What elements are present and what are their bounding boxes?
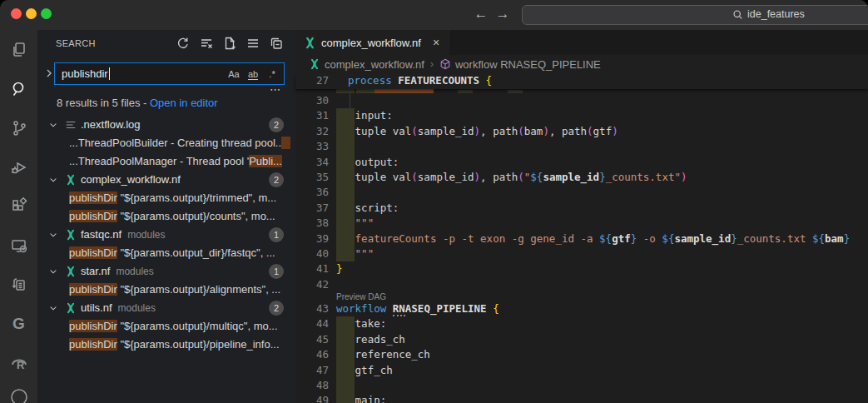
code-area[interactable]: 27process FEATURECOUNTS { 3031 input:32 …: [295, 73, 868, 403]
extensions-icon[interactable]: [0, 187, 37, 226]
search-result-row[interactable]: publishDir "${params.output}/multiqc", m…: [37, 317, 295, 336]
line-number: 34: [295, 155, 329, 170]
search-sidebar: SEARCH publishdir Aa ab .* ⋯ 8 results i…: [37, 30, 295, 403]
search-file-row[interactable]: fastqc.nfmodules1: [37, 226, 295, 244]
line-number: 43: [295, 301, 329, 316]
search-result-row[interactable]: ...ThreadPoolManager - Thread pool 'Publ…: [37, 152, 295, 171]
sticky-scroll-line[interactable]: 27process FEATURECOUNTS {: [295, 73, 868, 89]
tab-complex-workflow[interactable]: complex_workflow.nf ×: [295, 30, 449, 55]
command-center-text: ide_features: [747, 8, 805, 20]
search-result-row[interactable]: ...ThreadPoolBuilder - Creating thread p…: [37, 134, 295, 152]
svg-text:R: R: [17, 359, 25, 371]
line-number: 42: [295, 277, 329, 292]
search-result-row[interactable]: publishDir "${params.output_dir}/fastqc"…: [37, 244, 295, 262]
account-icon[interactable]: [0, 376, 37, 403]
code-line: 35 tuple val(sample_id), path("${sample_…: [295, 170, 868, 185]
match-case-icon[interactable]: Aa: [226, 66, 242, 82]
log-file-icon: [65, 119, 77, 131]
code-line: 49 main:: [295, 393, 868, 403]
titlebar: ← → ide_features: [0, 0, 868, 30]
refresh-icon[interactable]: [176, 36, 191, 51]
code-line: 40 """: [295, 246, 868, 261]
chevron-down-icon: [48, 266, 58, 276]
maximize-window-button[interactable]: [41, 8, 52, 19]
line-number: 31: [295, 108, 329, 123]
line-number: 44: [295, 316, 329, 331]
code-line: 42: [295, 277, 868, 292]
symbol-module-icon: [439, 58, 451, 70]
search-input[interactable]: publishdir Aa ab .*: [54, 62, 285, 85]
view-as-list-icon[interactable]: [246, 36, 260, 51]
search-file-row[interactable]: .nextflow.log2: [37, 116, 295, 134]
new-search-editor-icon[interactable]: [222, 36, 237, 51]
command-center-search[interactable]: ide_features: [522, 5, 868, 25]
minimize-window-button[interactable]: [26, 8, 37, 19]
regex-icon[interactable]: .*: [264, 66, 280, 82]
codelens[interactable]: Preview DAG: [295, 292, 868, 301]
code-line: 47 gtf_ch: [295, 363, 868, 378]
line-number: 32: [295, 124, 329, 139]
line-number: 49: [295, 393, 329, 403]
nextflow-icon: [65, 229, 77, 241]
close-window-button[interactable]: [11, 8, 22, 19]
toggle-search-details-icon[interactable]: ⋯: [270, 83, 282, 96]
match-count-badge: 2: [269, 301, 284, 316]
line-number: 45: [295, 332, 329, 347]
search-results-tree: .nextflow.log2...ThreadPoolBuilder - Cre…: [37, 116, 295, 354]
search-query: publishdir: [62, 67, 108, 80]
search-result-row[interactable]: publishDir "${params.output}/counts", mo…: [37, 207, 295, 226]
references-icon[interactable]: [0, 265, 37, 304]
code-line: 41}: [295, 261, 868, 276]
sidebar-title: SEARCH: [56, 38, 96, 48]
run-debug-icon[interactable]: [0, 147, 37, 187]
chevron-down-icon: [48, 175, 58, 185]
search-file-row[interactable]: utils.nfmodules2: [37, 299, 295, 317]
code-line: 36: [295, 185, 868, 200]
back-button[interactable]: ←: [471, 4, 491, 24]
results-summary: 8 results in 5 files - Open in editor: [57, 97, 218, 109]
code-line: 44 take:: [295, 316, 868, 331]
code-line: 30: [295, 93, 868, 108]
whole-word-icon[interactable]: ab: [245, 66, 261, 82]
forward-button[interactable]: →: [493, 4, 513, 24]
line-number: 48: [295, 378, 329, 393]
file-name: complex_workflow.nf: [81, 171, 181, 189]
code-line: 45 reads_ch: [295, 332, 868, 347]
nextflow-icon: [304, 37, 316, 49]
match-count-badge: 2: [269, 117, 284, 132]
open-in-editor-link[interactable]: Open in editor: [150, 97, 218, 109]
remote-explorer-icon[interactable]: [0, 226, 37, 265]
close-tab-icon[interactable]: ×: [433, 36, 439, 49]
gitlens-icon[interactable]: G: [0, 304, 37, 343]
line-number: 33: [295, 139, 329, 154]
file-description: modules: [118, 302, 156, 314]
code-line: 31 input:: [295, 108, 868, 123]
search-file-row[interactable]: complex_workflow.nf2: [37, 171, 295, 189]
line-number: 35: [295, 170, 329, 185]
line-number: 47: [295, 363, 329, 378]
source-control-icon[interactable]: [0, 108, 37, 147]
search-result-row[interactable]: publishDir "${params.output}/trimmed", m…: [37, 189, 295, 207]
search-result-row[interactable]: publishDir "${params.output}/pipeline_in…: [37, 336, 295, 354]
collapse-all-icon[interactable]: [269, 36, 284, 51]
clear-results-icon[interactable]: [199, 36, 214, 51]
search-icon[interactable]: [0, 69, 37, 108]
activity-bar: G R: [0, 30, 37, 403]
chevron-down-icon: [48, 230, 58, 240]
nextflow-icon: [65, 266, 77, 277]
search-result-row[interactable]: publishDir "${params.output}/alignments"…: [37, 281, 295, 299]
breadcrumb-symbol[interactable]: workflow RNASEQ_PIPELINE: [455, 58, 601, 71]
search-file-row[interactable]: star.nfmodules1: [37, 262, 295, 281]
line-number: 30: [295, 93, 329, 108]
breadcrumb: complex_workflow.nf › workflow RNASEQ_PI…: [295, 55, 868, 73]
chevron-down-icon: [48, 303, 58, 313]
file-name: utils.nfmodules: [81, 299, 156, 317]
explorer-icon[interactable]: [0, 30, 37, 69]
breadcrumb-file[interactable]: complex_workflow.nf: [325, 58, 424, 71]
code-line: 46 reference_ch: [295, 347, 868, 362]
tab-label: complex_workflow.nf: [321, 37, 421, 49]
editor-area: complex_workflow.nf × complex_workflow.n…: [295, 30, 868, 403]
code-line: 48: [295, 378, 868, 393]
code-lines: 3031 input:32 tuple val(sample_id), path…: [295, 93, 868, 403]
nextflow-icon: [65, 174, 77, 186]
